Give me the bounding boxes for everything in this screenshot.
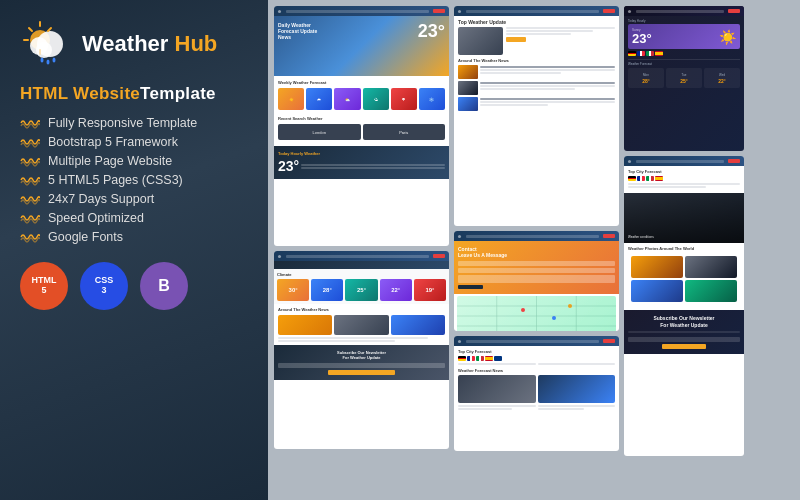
dark-hourly-screenshot: Today Hourly Sunny 23° ☀️ Weather Foreca… [624, 6, 744, 151]
logo-area: Weather Hub [20, 18, 248, 70]
svg-point-3 [36, 42, 52, 58]
svg-line-7 [29, 28, 32, 31]
wave-icon [20, 136, 40, 148]
svg-point-10 [47, 60, 50, 65]
html5-badge: HTML5 [20, 262, 68, 310]
wave-icon [20, 174, 40, 186]
left-panel: Weather Hub HTML WebsiteTemplate Fully R… [0, 0, 268, 500]
feature-item: Bootstrap 5 Framework [20, 135, 248, 149]
gallery-screenshot: Top City Forecast Weather conditions Wea… [624, 156, 744, 456]
badges-row: HTML5 CSS3 B [20, 262, 248, 310]
wave-icon [20, 155, 40, 167]
bootstrap-badge: B [140, 262, 188, 310]
wave-icon [20, 193, 40, 205]
screenshot-col-2: Top Weather Update Around The Weather Ne… [454, 6, 619, 494]
feature-item: 5 HTML5 Pages (CSS3) [20, 173, 248, 187]
template-label: HTML WebsiteTemplate [20, 84, 248, 104]
screenshot-col-1: Daily WeatherForecast UpdateNews 23° Wee… [274, 6, 449, 494]
feature-item: Google Fonts [20, 230, 248, 244]
weather-hub-logo-icon [20, 18, 72, 70]
css3-badge: CSS3 [80, 262, 128, 310]
city-forecast-screenshot: Top City Forecast Weather Forecast News [454, 336, 619, 451]
screenshots-panel: Daily WeatherForecast UpdateNews 23° Wee… [268, 0, 800, 500]
wave-icon [20, 117, 40, 129]
climate-screenshot: Climate 30° 28° 25° 22° 19° Around The W… [274, 251, 449, 449]
features-list: Fully Responsive Template Bootstrap 5 Fr… [20, 116, 248, 244]
feature-item: Multiple Page Website [20, 154, 248, 168]
feature-item: 24x7 Days Support [20, 192, 248, 206]
home-screenshot: Daily WeatherForecast UpdateNews 23° Wee… [274, 6, 449, 246]
screenshot-col-3: Today Hourly Sunny 23° ☀️ Weather Foreca… [624, 6, 744, 494]
svg-point-9 [41, 58, 44, 63]
svg-line-8 [48, 28, 51, 31]
feature-item: Fully Responsive Template [20, 116, 248, 130]
svg-point-11 [53, 58, 56, 63]
feature-item: Speed Optimized [20, 211, 248, 225]
news-screenshot: Top Weather Update Around The Weather Ne… [454, 6, 619, 226]
contact-screenshot: ContactLeave Us A Message [454, 231, 619, 331]
wave-icon [20, 212, 40, 224]
logo-text: Weather Hub [82, 31, 217, 57]
wave-icon [20, 231, 40, 243]
